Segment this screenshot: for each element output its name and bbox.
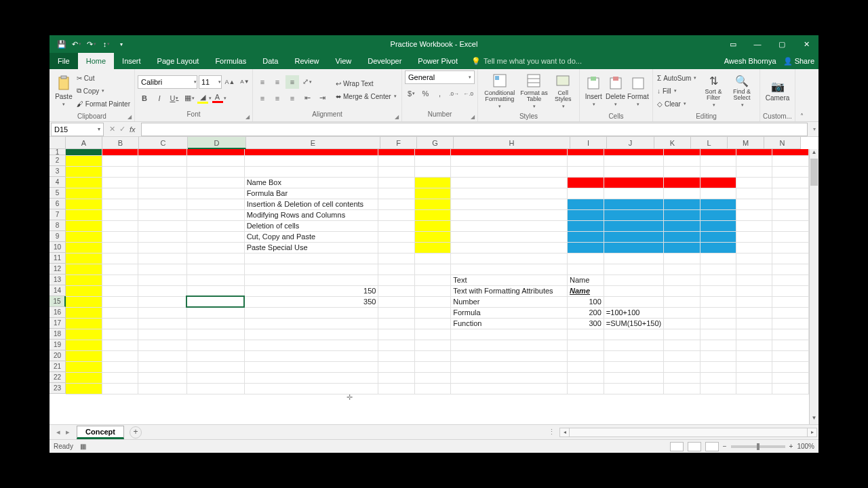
cell-C21[interactable] (138, 361, 186, 372)
cell-E5[interactable]: Formula Bar (244, 188, 378, 199)
cell-H17[interactable]: Function (451, 318, 568, 329)
cell-D20[interactable] (186, 350, 244, 361)
cell-G15[interactable] (414, 296, 450, 307)
cell-A14[interactable] (66, 285, 102, 296)
cell-J1[interactable] (604, 149, 663, 155)
cell-L4[interactable] (700, 177, 736, 188)
cell-C16[interactable] (138, 307, 186, 318)
cell-D17[interactable] (186, 318, 244, 329)
column-header-I[interactable]: I (570, 137, 607, 149)
cell-B19[interactable] (102, 340, 138, 350)
column-header-M[interactable]: M (728, 137, 764, 149)
expand-formula-bar-icon[interactable]: ▾ (810, 126, 818, 132)
merge-center-button[interactable]: ⬌Merge & Center▾ (334, 90, 398, 102)
cell-I6[interactable] (568, 199, 604, 209)
cell-A16[interactable] (66, 307, 102, 318)
cell-G8[interactable] (414, 220, 450, 231)
cell-D1[interactable] (186, 149, 244, 155)
cell-M6[interactable] (736, 199, 772, 209)
cell-H12[interactable] (451, 264, 568, 274)
cell-B9[interactable] (102, 231, 138, 242)
row-header-14[interactable]: 14 (50, 285, 66, 296)
cell-N9[interactable] (772, 231, 809, 242)
cell-K17[interactable] (664, 318, 700, 329)
cell-F21[interactable] (378, 361, 414, 372)
cell-K16[interactable] (664, 307, 700, 318)
cell-I17[interactable]: 300 (568, 318, 604, 329)
cell-C12[interactable] (138, 264, 186, 274)
cell-M18[interactable] (736, 329, 772, 340)
row-header-17[interactable]: 17 (50, 318, 66, 329)
cell-F7[interactable] (378, 209, 414, 220)
cell-H22[interactable] (451, 372, 568, 383)
cell-D19[interactable] (186, 340, 244, 350)
cell-F12[interactable] (378, 264, 414, 274)
align-center-icon[interactable]: ≡ (271, 92, 284, 105)
cell-A3[interactable] (66, 166, 102, 177)
cell-M17[interactable] (736, 318, 772, 329)
cell-L20[interactable] (700, 350, 736, 361)
autosum-button[interactable]: ΣAutoSum▾ (656, 72, 699, 84)
cell-E19[interactable] (244, 340, 378, 350)
cell-N7[interactable] (772, 209, 809, 220)
cell-L10[interactable] (700, 242, 736, 253)
cell-E13[interactable] (244, 274, 378, 285)
cell-G23[interactable] (414, 383, 450, 394)
cell-A18[interactable] (66, 329, 102, 340)
cell-I22[interactable] (568, 372, 604, 383)
cell-E4[interactable]: Name Box (244, 177, 378, 188)
find-select-button[interactable]: 🔍 Find & Select▾ (728, 70, 756, 111)
row-header-20[interactable]: 20 (50, 350, 66, 361)
cell-B13[interactable] (102, 274, 138, 285)
cell-N4[interactable] (772, 177, 809, 188)
row-header-23[interactable]: 23 (50, 383, 66, 394)
cell-K20[interactable] (664, 350, 700, 361)
cell-F22[interactable] (378, 372, 414, 383)
cell-H13[interactable]: Text (451, 274, 568, 285)
column-header-C[interactable]: C (139, 137, 188, 149)
cell-K18[interactable] (664, 329, 700, 340)
cell-B15[interactable] (102, 296, 138, 307)
cell-C19[interactable] (138, 340, 186, 350)
cell-E18[interactable] (244, 329, 378, 340)
cell-B16[interactable] (102, 307, 138, 318)
cell-E15[interactable]: 350 (244, 296, 378, 307)
cell-B21[interactable] (102, 361, 138, 372)
cell-D9[interactable] (186, 231, 244, 242)
cell-F16[interactable] (378, 307, 414, 318)
row-header-6[interactable]: 6 (50, 199, 66, 209)
cell-A10[interactable] (66, 242, 102, 253)
cell-B2[interactable] (102, 155, 138, 166)
clipboard-launcher-icon[interactable]: ◢ (127, 114, 132, 120)
cell-N19[interactable] (772, 340, 809, 350)
cell-L3[interactable] (700, 166, 736, 177)
cell-D22[interactable] (186, 372, 244, 383)
cell-N17[interactable] (772, 318, 809, 329)
cell-K21[interactable] (664, 361, 700, 372)
cell-E22[interactable] (244, 372, 378, 383)
cell-N20[interactable] (772, 350, 809, 361)
cell-H15[interactable]: Number (451, 296, 568, 307)
cell-I15[interactable]: 100 (568, 296, 604, 307)
close-icon[interactable]: ✕ (794, 35, 818, 53)
cell-M1[interactable] (736, 149, 772, 155)
cell-J11[interactable] (604, 253, 663, 264)
cell-E11[interactable] (244, 253, 378, 264)
cell-H10[interactable] (451, 242, 568, 253)
cell-E3[interactable] (244, 166, 378, 177)
cell-L23[interactable] (700, 383, 736, 394)
cell-C1[interactable] (138, 149, 186, 155)
cell-L18[interactable] (700, 329, 736, 340)
cell-F2[interactable] (378, 155, 414, 166)
cell-D6[interactable] (186, 199, 244, 209)
cell-C17[interactable] (138, 318, 186, 329)
cell-F17[interactable] (378, 318, 414, 329)
cell-I23[interactable] (568, 383, 604, 394)
cell-M3[interactable] (736, 166, 772, 177)
row-header-19[interactable]: 19 (50, 340, 66, 350)
row-header-10[interactable]: 10 (50, 242, 66, 253)
align-top-icon[interactable]: ≡ (256, 75, 269, 89)
cell-E9[interactable]: Cut, Copy and Paste (244, 231, 378, 242)
cell-K1[interactable] (664, 149, 700, 155)
column-header-N[interactable]: N (764, 137, 801, 149)
